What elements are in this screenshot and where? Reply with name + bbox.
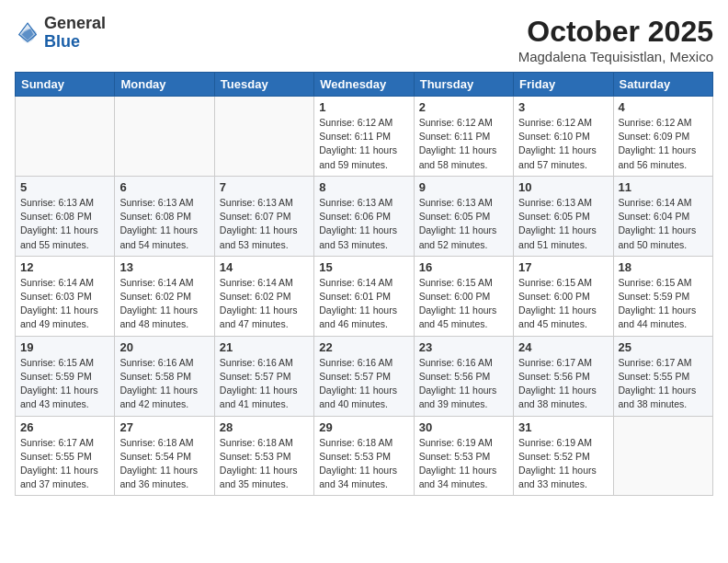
day-info: Sunrise: 6:13 AMSunset: 6:06 PMDaylight:… [319, 196, 408, 252]
calendar-cell: 29Sunrise: 6:18 AMSunset: 5:53 PMDayligh… [314, 416, 414, 496]
day-number: 13 [119, 260, 209, 274]
day-info: Sunrise: 6:14 AMSunset: 6:03 PMDaylight:… [20, 276, 109, 332]
day-number: 17 [518, 260, 608, 274]
logo-text: General Blue [44, 15, 106, 52]
logo-general: General [44, 14, 106, 32]
calendar-week-row: 26Sunrise: 6:17 AMSunset: 5:55 PMDayligh… [16, 416, 713, 496]
calendar-cell: 9Sunrise: 6:13 AMSunset: 6:05 PMDaylight… [414, 176, 513, 256]
day-number: 29 [319, 420, 408, 434]
day-number: 22 [319, 340, 408, 354]
day-info: Sunrise: 6:16 AMSunset: 5:57 PMDaylight:… [319, 356, 408, 412]
day-number: 27 [119, 420, 209, 434]
day-info: Sunrise: 6:16 AMSunset: 5:56 PMDaylight:… [419, 356, 508, 412]
calendar-cell: 11Sunrise: 6:14 AMSunset: 6:04 PMDayligh… [613, 176, 712, 256]
day-info: Sunrise: 6:16 AMSunset: 5:57 PMDaylight:… [220, 356, 309, 412]
day-number: 18 [619, 260, 708, 274]
calendar-cell: 24Sunrise: 6:17 AMSunset: 5:56 PMDayligh… [514, 336, 613, 416]
calendar-cell: 15Sunrise: 6:14 AMSunset: 6:01 PMDayligh… [314, 256, 414, 336]
day-info: Sunrise: 6:12 AMSunset: 6:09 PMDaylight:… [619, 116, 708, 172]
day-info: Sunrise: 6:13 AMSunset: 6:05 PMDaylight:… [419, 196, 508, 252]
weekday-header: Monday [115, 73, 214, 97]
calendar-week-row: 19Sunrise: 6:15 AMSunset: 5:59 PMDayligh… [16, 336, 713, 416]
calendar-cell: 12Sunrise: 6:14 AMSunset: 6:03 PMDayligh… [16, 256, 115, 336]
day-number: 2 [419, 100, 508, 114]
day-number: 5 [20, 180, 109, 194]
page-header: General Blue October 2025 Magdalena Tequ… [15, 15, 713, 64]
day-info: Sunrise: 6:19 AMSunset: 5:52 PMDaylight:… [518, 436, 608, 492]
day-number: 24 [518, 340, 608, 354]
day-info: Sunrise: 6:15 AMSunset: 5:59 PMDaylight:… [20, 356, 109, 412]
day-info: Sunrise: 6:17 AMSunset: 5:56 PMDaylight:… [518, 356, 608, 412]
day-info: Sunrise: 6:14 AMSunset: 6:02 PMDaylight:… [220, 276, 309, 332]
calendar-week-row: 1Sunrise: 6:12 AMSunset: 6:11 PMDaylight… [16, 97, 713, 177]
calendar-cell: 31Sunrise: 6:19 AMSunset: 5:52 PMDayligh… [514, 416, 613, 496]
weekday-header: Sunday [16, 73, 115, 97]
logo-blue: Blue [44, 32, 80, 51]
day-info: Sunrise: 6:18 AMSunset: 5:53 PMDaylight:… [220, 436, 309, 492]
day-info: Sunrise: 6:17 AMSunset: 5:55 PMDaylight:… [20, 436, 109, 492]
day-info: Sunrise: 6:19 AMSunset: 5:53 PMDaylight:… [419, 436, 508, 492]
day-number: 3 [518, 100, 608, 114]
calendar-week-row: 5Sunrise: 6:13 AMSunset: 6:08 PMDaylight… [16, 176, 713, 256]
weekday-header: Saturday [613, 73, 712, 97]
logo-icon [15, 20, 40, 46]
day-info: Sunrise: 6:15 AMSunset: 6:00 PMDaylight:… [419, 276, 508, 332]
calendar-table: SundayMondayTuesdayWednesdayThursdayFrid… [15, 72, 713, 496]
day-number: 11 [619, 180, 708, 194]
calendar-week-row: 12Sunrise: 6:14 AMSunset: 6:03 PMDayligh… [16, 256, 713, 336]
day-number: 10 [518, 180, 608, 194]
calendar-cell: 5Sunrise: 6:13 AMSunset: 6:08 PMDaylight… [16, 176, 115, 256]
weekday-header: Thursday [414, 73, 513, 97]
day-info: Sunrise: 6:13 AMSunset: 6:05 PMDaylight:… [518, 196, 608, 252]
weekday-header: Tuesday [214, 73, 313, 97]
calendar-cell: 19Sunrise: 6:15 AMSunset: 5:59 PMDayligh… [16, 336, 115, 416]
day-number: 6 [119, 180, 209, 194]
calendar-cell: 13Sunrise: 6:14 AMSunset: 6:02 PMDayligh… [115, 256, 214, 336]
day-number: 30 [419, 420, 508, 434]
weekday-header: Wednesday [314, 73, 414, 97]
day-info: Sunrise: 6:14 AMSunset: 6:04 PMDaylight:… [619, 196, 708, 252]
day-number: 9 [419, 180, 508, 194]
month-title: October 2025 [518, 15, 713, 49]
weekday-header: Friday [514, 73, 613, 97]
calendar-cell: 7Sunrise: 6:13 AMSunset: 6:07 PMDaylight… [214, 176, 313, 256]
calendar-cell [613, 416, 712, 496]
day-number: 31 [518, 420, 608, 434]
day-number: 7 [220, 180, 309, 194]
day-info: Sunrise: 6:14 AMSunset: 6:02 PMDaylight:… [119, 276, 209, 332]
calendar-cell: 23Sunrise: 6:16 AMSunset: 5:56 PMDayligh… [414, 336, 513, 416]
calendar-header-row: SundayMondayTuesdayWednesdayThursdayFrid… [16, 73, 713, 97]
calendar-cell: 1Sunrise: 6:12 AMSunset: 6:11 PMDaylight… [314, 97, 414, 177]
calendar-cell: 14Sunrise: 6:14 AMSunset: 6:02 PMDayligh… [214, 256, 313, 336]
day-number: 16 [419, 260, 508, 274]
day-info: Sunrise: 6:17 AMSunset: 5:55 PMDaylight:… [619, 356, 708, 412]
day-info: Sunrise: 6:15 AMSunset: 5:59 PMDaylight:… [619, 276, 708, 332]
calendar-cell: 21Sunrise: 6:16 AMSunset: 5:57 PMDayligh… [214, 336, 313, 416]
day-number: 4 [619, 100, 708, 114]
calendar-cell [115, 97, 214, 177]
location: Magdalena Tequisistlan, Mexico [518, 49, 713, 64]
day-info: Sunrise: 6:15 AMSunset: 6:00 PMDaylight:… [518, 276, 608, 332]
day-number: 19 [20, 340, 109, 354]
day-number: 15 [319, 260, 408, 274]
logo: General Blue [15, 15, 106, 52]
day-info: Sunrise: 6:13 AMSunset: 6:08 PMDaylight:… [119, 196, 209, 252]
calendar-cell: 17Sunrise: 6:15 AMSunset: 6:00 PMDayligh… [514, 256, 613, 336]
day-info: Sunrise: 6:14 AMSunset: 6:01 PMDaylight:… [319, 276, 408, 332]
day-number: 1 [319, 100, 408, 114]
day-info: Sunrise: 6:18 AMSunset: 5:53 PMDaylight:… [319, 436, 408, 492]
day-info: Sunrise: 6:18 AMSunset: 5:54 PMDaylight:… [119, 436, 209, 492]
calendar-cell: 4Sunrise: 6:12 AMSunset: 6:09 PMDaylight… [613, 97, 712, 177]
calendar-cell [214, 97, 313, 177]
calendar-cell: 16Sunrise: 6:15 AMSunset: 6:00 PMDayligh… [414, 256, 513, 336]
calendar-cell: 30Sunrise: 6:19 AMSunset: 5:53 PMDayligh… [414, 416, 513, 496]
day-number: 8 [319, 180, 408, 194]
calendar-cell: 3Sunrise: 6:12 AMSunset: 6:10 PMDaylight… [514, 97, 613, 177]
day-info: Sunrise: 6:12 AMSunset: 6:10 PMDaylight:… [518, 116, 608, 172]
day-number: 20 [119, 340, 209, 354]
day-number: 14 [220, 260, 309, 274]
calendar-cell: 18Sunrise: 6:15 AMSunset: 5:59 PMDayligh… [613, 256, 712, 336]
calendar-cell: 10Sunrise: 6:13 AMSunset: 6:05 PMDayligh… [514, 176, 613, 256]
day-info: Sunrise: 6:12 AMSunset: 6:11 PMDaylight:… [319, 116, 408, 172]
day-number: 12 [20, 260, 109, 274]
